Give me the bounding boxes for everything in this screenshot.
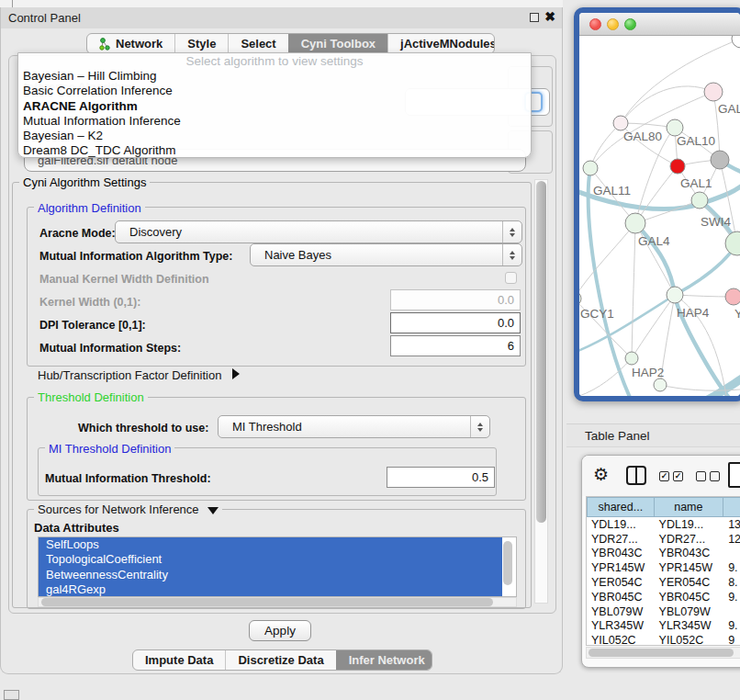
- tab-network[interactable]: Network: [87, 34, 174, 53]
- table-cell[interactable]: YDR27...: [655, 533, 724, 546]
- table-cell[interactable]: YBR045C: [655, 591, 724, 604]
- network-node[interactable]: [711, 151, 729, 169]
- attributes-vscrollbar-thumb[interactable]: [503, 541, 512, 585]
- network-node-gal11[interactable]: [583, 161, 598, 175]
- new-table-icon[interactable]: [728, 462, 740, 488]
- table-cell[interactable]: YIL052C: [655, 634, 724, 646]
- tab-impute-data[interactable]: Impute Data: [133, 650, 225, 670]
- column-header-shared-name[interactable]: shared...: [587, 497, 655, 517]
- close-traffic-light-icon[interactable]: [589, 18, 601, 30]
- table-cell[interactable]: YBL079W: [587, 605, 655, 618]
- attributes-hscrollbar-thumb[interactable]: [41, 598, 493, 606]
- network-node-gcy1[interactable]: [579, 291, 581, 306]
- table-row[interactable]: YBL079WYBL079W: [587, 604, 740, 619]
- table-cell[interactable]: 9.: [723, 561, 740, 574]
- zoom-traffic-light-icon[interactable]: [624, 18, 636, 30]
- tab-select[interactable]: Select: [228, 34, 287, 53]
- which-threshold-combobox[interactable]: MI Threshold: [218, 415, 490, 438]
- table-cell[interactable]: 9: [723, 634, 740, 646]
- table-cell[interactable]: YPR145W: [587, 561, 655, 574]
- table-cell[interactable]: YLR345W: [587, 619, 655, 632]
- tab-discretize-data[interactable]: Discretize Data: [225, 650, 335, 670]
- hub-definition-expander[interactable]: Hub/Transcription Factor Definition: [38, 368, 240, 382]
- settings-scrollbar-thumb[interactable]: [536, 181, 546, 523]
- table-hscrollbar-thumb[interactable]: [589, 649, 734, 657]
- table-cell[interactable]: 13: [723, 518, 740, 531]
- table-cell[interactable]: YBR045C: [587, 591, 655, 604]
- table-cell[interactable]: YIL052C: [587, 634, 655, 646]
- table-row[interactable]: YER054CYER054C8.: [587, 575, 740, 590]
- network-node-hap4[interactable]: [667, 287, 683, 303]
- node-attribute-table[interactable]: shared... name YDL19...YDL19...13YDR27..…: [586, 496, 740, 646]
- table-cell[interactable]: 9.: [723, 619, 740, 632]
- algorithm-option[interactable]: Basic Correlation Inference: [18, 84, 531, 98]
- float-window-icon[interactable]: [530, 13, 539, 22]
- table-cell[interactable]: YDR27...: [587, 533, 655, 546]
- tab-style[interactable]: Style: [174, 34, 228, 53]
- deselect-all-checkbox-icon[interactable]: [710, 471, 720, 481]
- algorithm-option[interactable]: ARACNE Algorithm: [18, 99, 531, 114]
- table-row[interactable]: YDR27...YDR27...12: [587, 532, 740, 547]
- table-cell[interactable]: YBR043C: [587, 547, 655, 559]
- table-cell[interactable]: 8.: [723, 576, 740, 589]
- table-row[interactable]: YBR043CYBR043C: [587, 547, 740, 561]
- manual-kernel-width-checkbox[interactable]: [505, 272, 517, 284]
- attribute-item[interactable]: gal4RGexp: [39, 582, 502, 597]
- mi-threshold-field[interactable]: 0.5: [387, 467, 495, 488]
- table-cell[interactable]: YDL19...: [587, 518, 655, 531]
- table-row[interactable]: YDL19...YDL19...13: [587, 517, 740, 532]
- network-node[interactable]: [654, 378, 667, 391]
- table-row[interactable]: YPR145WYPR145W9.: [587, 560, 740, 575]
- algorithm-option[interactable]: Bayesian – Hill Climbing: [18, 69, 531, 84]
- sources-expander[interactable]: Sources for Network Inference: [34, 502, 222, 516]
- network-canvas[interactable]: GAL7GAL80GAL10GAL1GAL11SWI4GAL4GCY1HAP4Y…: [579, 36, 740, 396]
- minimize-traffic-light-icon[interactable]: [607, 18, 619, 30]
- table-cell[interactable]: YER054C: [587, 576, 655, 589]
- table-cell[interactable]: YLR345W: [655, 619, 724, 632]
- table-cell[interactable]: YPR145W: [655, 561, 724, 574]
- dpi-tolerance-field[interactable]: 0.0: [390, 312, 521, 333]
- apply-button[interactable]: Apply: [249, 620, 311, 641]
- tab-jactivemnodules[interactable]: jActiveMNodules: [387, 34, 495, 53]
- gear-icon[interactable]: ⚙: [593, 464, 609, 485]
- algorithm-option[interactable]: Dream8 DC_TDC Algorithm: [18, 143, 531, 158]
- column-header-partial[interactable]: [723, 497, 740, 517]
- network-node-hap2[interactable]: [625, 352, 638, 365]
- tab-infer-network[interactable]: Infer Network: [336, 650, 432, 670]
- algorithm-option[interactable]: Mutual Information Inference: [18, 114, 531, 129]
- network-node[interactable]: [732, 36, 740, 48]
- network-node-y[interactable]: [725, 288, 740, 305]
- table-cell[interactable]: 12: [723, 533, 740, 546]
- table-row[interactable]: YLR345WYLR345W9.: [587, 619, 740, 634]
- table-cell[interactable]: YER054C: [655, 576, 724, 589]
- attribute-item[interactable]: BetweennessCentrality: [39, 568, 502, 582]
- network-node-gal80[interactable]: [613, 116, 628, 130]
- data-attributes-list[interactable]: SelfLoopsTopologicalCoefficientBetweenne…: [38, 536, 517, 597]
- network-window-titlebar[interactable]: [579, 13, 740, 36]
- close-icon[interactable]: ✖: [544, 9, 555, 24]
- table-cell[interactable]: YBL079W: [655, 605, 724, 618]
- kernel-width-field[interactable]: 0.0: [390, 289, 521, 310]
- mi-algorithm-type-combobox[interactable]: Naive Bayes: [250, 243, 522, 266]
- table-cell[interactable]: YDL19...: [655, 518, 724, 531]
- attribute-item[interactable]: TopologicalCoefficient: [39, 552, 502, 567]
- network-node-gal1[interactable]: [670, 159, 685, 174]
- network-node[interactable]: [725, 231, 740, 255]
- network-node-gal4[interactable]: [625, 213, 645, 233]
- table-row[interactable]: YIL052CYIL052C9: [587, 633, 740, 646]
- algorithm-option[interactable]: Bayesian – K2: [18, 129, 531, 143]
- select-all-checkbox-icon[interactable]: ✓: [673, 471, 683, 481]
- table-cell[interactable]: YBR043C: [655, 547, 724, 559]
- attribute-item[interactable]: SelfLoops: [39, 537, 502, 552]
- mi-steps-field[interactable]: 6: [390, 335, 521, 356]
- table-row[interactable]: YBR045CYBR045C9.: [587, 590, 740, 604]
- aracne-mode-combobox[interactable]: Discovery: [115, 220, 522, 243]
- column-header-name[interactable]: name: [655, 497, 724, 517]
- tab-cyni-toolbox[interactable]: Cyni Toolbox: [288, 34, 387, 53]
- network-node-swi4[interactable]: [691, 192, 708, 209]
- columns-icon[interactable]: [626, 466, 646, 485]
- network-view-window[interactable]: GAL7GAL80GAL10GAL1GAL11SWI4GAL4GCY1HAP4Y…: [574, 7, 740, 401]
- collapsed-panel-icon[interactable]: [4, 690, 19, 700]
- table-cell[interactable]: 9.: [723, 591, 740, 604]
- network-node-gal7[interactable]: [704, 83, 723, 101]
